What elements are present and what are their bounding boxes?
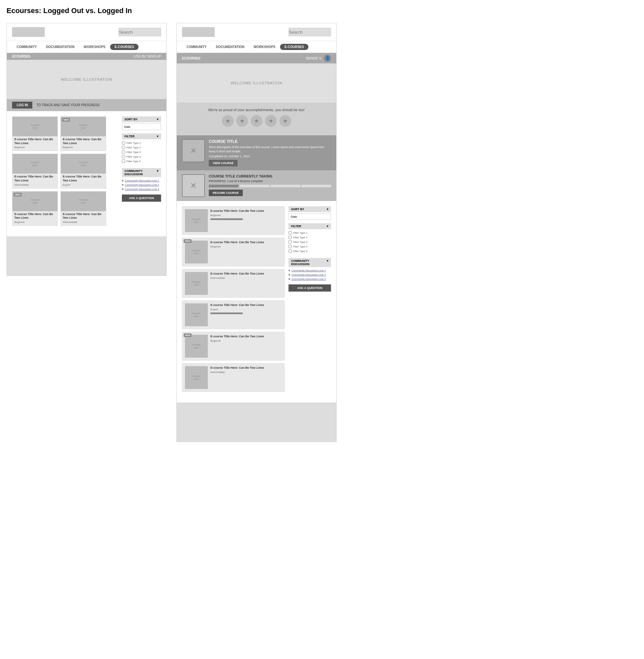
sub-nav: ECOURSES LOG IN / SIGN UP: [7, 53, 166, 60]
course-card-1[interactable]: CourseIcon E-course Title Here: Can Be T…: [12, 116, 58, 151]
logged-out-wireframe: COMMUNITY DOCUMENTATION WORKSHOPS E-COUR…: [6, 23, 167, 276]
course-info-li-4: E-course Title Here: Can Be Two Lines Ex…: [210, 303, 264, 326]
login-signup-link[interactable]: LOG IN / SIGN UP: [134, 54, 161, 58]
course-card-3[interactable]: CourseIcon E-course Title Here: Can Be T…: [12, 154, 58, 188]
resume-course-button[interactable]: RESUME COURSE: [209, 190, 243, 196]
sort-label: SORT BY: [124, 118, 138, 121]
sort-header-li[interactable]: SORT BY ▾: [289, 206, 331, 212]
sort-select[interactable]: Date Title Level: [122, 124, 161, 130]
community-link-li-2[interactable]: Community Discussion Link 2: [289, 272, 331, 277]
filter-item-li-1[interactable]: Filter Type 1: [289, 230, 331, 235]
logged-out-nav: [7, 23, 166, 41]
completed-course-card: ✕ COURSE TITLE Short description of the …: [177, 135, 336, 170]
courses-grid: CourseIcon E-course Title Here: Can Be T…: [12, 116, 118, 228]
current-course-section: ✕ COURSE TITLE CURRENTLY TAKING PROGRESS…: [177, 170, 336, 201]
course-progress-li-1: [210, 218, 243, 220]
course-info-2: E-course Title Here: Can Be Two Lines Be…: [61, 136, 106, 151]
courses-grid-lg: CourseIcon E-course Title Here: Can Be T…: [182, 206, 284, 395]
nav-workshops-li[interactable]: WORKSHOPS: [249, 44, 280, 50]
course-card-li-3[interactable]: CourseIcon E-course Title Here: Can Be T…: [182, 269, 284, 298]
course-card-li-1[interactable]: CourseIcon E-course Title Here: Can Be T…: [182, 206, 284, 235]
nav-ecourses[interactable]: E-COURSES: [110, 44, 139, 50]
nav-documentation-li[interactable]: DOCUMENTATION: [211, 44, 249, 50]
username-label: DENISE V.: [306, 57, 322, 60]
course-level-2: Beginner: [63, 146, 104, 149]
community-toggle-li: ▾: [327, 259, 328, 266]
course-info-li-5: E-course Title Here: Can Be Two Lines Be…: [210, 335, 264, 358]
filter-item-3[interactable]: Filter Type 3: [122, 150, 161, 154]
footer-logged-in: [177, 402, 336, 442]
completed-date: Completed on: October 1, 2014: [209, 155, 331, 158]
nav-workshops[interactable]: WORKSHOPS: [79, 44, 110, 50]
sort-header[interactable]: SORT BY ▾: [122, 116, 161, 122]
nav-ecourses-li[interactable]: E-COURSES: [280, 44, 308, 50]
course-card-6[interactable]: CourseIcon E-course Title Here: Can Be T…: [61, 191, 106, 226]
course-card-li-2[interactable]: NEW CourseIcon E-course Title Here: Can …: [182, 238, 284, 266]
completed-course-info: COURSE TITLE Short description of the ov…: [209, 139, 331, 167]
comm-dot-li-2: [289, 274, 290, 276]
nav-community[interactable]: COMMUNITY: [12, 44, 42, 50]
comm-dot-li-1: [289, 270, 290, 271]
community-section: COMMUNITY DISCUSSION ▾ Community Discuss…: [122, 168, 161, 202]
ask-question-button-li[interactable]: ASK A QUESTION: [289, 284, 331, 291]
login-bar: LOG IN TO TRACK AND SAVE YOUR PROGRESS: [7, 99, 166, 111]
course-card-2[interactable]: NEW CourseIcon E-course Title Here: Can …: [61, 116, 106, 151]
ask-question-button[interactable]: ASK A QUESTION: [122, 195, 161, 202]
community-section-li: COMMUNITY DISCUSSION ▾ Community Discuss…: [289, 258, 331, 291]
filter-item-2[interactable]: Filter Type 2: [122, 145, 161, 150]
course-card-li-6[interactable]: CourseIcon E-course Title Here: Can Be T…: [182, 363, 284, 392]
course-card-li-5[interactable]: NEW CourseIcon E-course Title Here: Can …: [182, 332, 284, 360]
filter-header-li[interactable]: FILTER ▾: [289, 223, 331, 229]
community-link-li-3[interactable]: Community Discussion Link 3: [289, 277, 331, 281]
hero-text-li: WELCOME ILLUSTRATION: [231, 81, 282, 85]
filter-item-4[interactable]: Filter Type 4: [122, 154, 161, 159]
course-card-5[interactable]: NEW CourseIcon E-course Title Here: Can …: [12, 191, 58, 226]
nav-community-li[interactable]: COMMUNITY: [182, 44, 211, 50]
completed-course-thumb: ✕: [182, 139, 205, 162]
filter-header[interactable]: FILTER ▾: [122, 133, 161, 139]
current-course-thumb: ✕: [182, 174, 205, 197]
nav-documentation[interactable]: DOCUMENTATION: [42, 44, 79, 50]
search-input[interactable]: [119, 28, 161, 36]
community-link-li-1[interactable]: Community Discussion Link 1: [289, 268, 331, 272]
sort-toggle-li: ▾: [327, 207, 328, 211]
community-link-3[interactable]: Community Discussion Link 3: [122, 187, 161, 191]
filter-toggle: ▾: [157, 135, 159, 138]
filter-item-li-2[interactable]: Filter Type 2: [289, 235, 331, 240]
filter-item-1[interactable]: Filter Type 1: [122, 140, 161, 145]
segment-3: [271, 185, 300, 187]
community-dot-2: [122, 184, 123, 186]
course-card-4[interactable]: CourseIcon E-course Title Here: Can Be T…: [61, 154, 106, 188]
filter-item-li-4[interactable]: Filter Type 4: [289, 244, 331, 249]
hero-illustration: WELCOME ILLUSTRATION: [7, 60, 166, 99]
user-avatar[interactable]: 👤: [324, 54, 331, 62]
filter-item-5[interactable]: Filter Type 5: [122, 159, 161, 163]
page-title: Ecourses: Logged Out vs. Logged In: [6, 6, 638, 15]
x-mark-icon: ✕: [190, 146, 197, 155]
community-header[interactable]: COMMUNITY DISCUSSION ▾: [122, 168, 161, 177]
star-2: ★: [236, 115, 248, 127]
community-link-1[interactable]: Community Discussion Link 1: [122, 178, 161, 183]
filter-item-li-3[interactable]: Filter Type 3: [289, 240, 331, 244]
view-course-button[interactable]: VIEW COURSE: [209, 160, 237, 167]
sort-toggle: ▾: [157, 118, 159, 121]
login-button[interactable]: LOG IN: [12, 102, 32, 109]
comm-dot-li-3: [289, 278, 290, 280]
course-info-li-1: E-course Title Here: Can Be Two Lines Be…: [210, 209, 264, 232]
filter-section-li: FILTER ▾ Filter Type 1 Filter Type 2 Fil…: [289, 223, 331, 255]
completed-course-title: COURSE TITLE: [209, 139, 331, 144]
course-title-6: E-course Title Here: Can Be Two Lines: [63, 213, 104, 220]
badge-new-2: NEW: [62, 118, 70, 122]
login-bar-text: TO TRACK AND SAVE YOUR PROGRESS: [36, 103, 99, 107]
filter-label: FILTER: [124, 135, 135, 138]
sort-select-li[interactable]: Date Title Level: [289, 214, 331, 220]
filter-item-li-5[interactable]: Filter Type 5: [289, 249, 331, 253]
sort-section: SORT BY ▾ Date Title Level: [122, 116, 161, 130]
community-header-li[interactable]: COMMUNITY DISCUSSION ▾: [289, 258, 331, 267]
wireframes-container: COMMUNITY DOCUMENTATION WORKSHOPS E-COUR…: [6, 23, 638, 442]
community-label: COMMUNITY DISCUSSION: [124, 169, 157, 176]
course-card-li-4[interactable]: CourseIcon E-course Title Here: Can Be T…: [182, 301, 284, 329]
logo-logged-in: [182, 27, 215, 37]
community-link-2[interactable]: Community Discussion Link 2: [122, 183, 161, 187]
search-input-logged-in[interactable]: [289, 28, 331, 36]
